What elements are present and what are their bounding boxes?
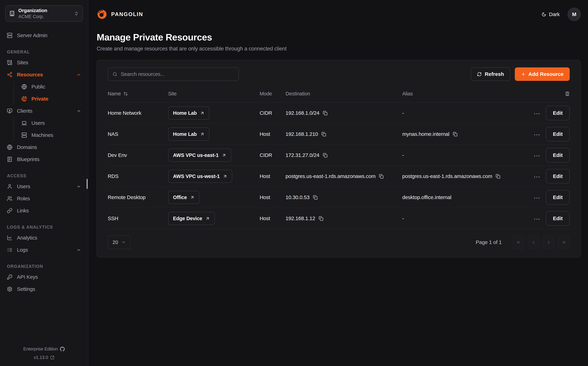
- edit-button[interactable]: Edit: [546, 169, 570, 183]
- destination-value: 192.168.1.12: [286, 215, 315, 221]
- brand-name: PANGOLIN: [111, 11, 143, 17]
- row-menu-button[interactable]: ...: [534, 130, 540, 138]
- copy-button[interactable]: [319, 216, 323, 221]
- copy-button[interactable]: [323, 111, 328, 115]
- sidebar-scrollbar-thumb[interactable]: [87, 179, 88, 189]
- edit-button[interactable]: Edit: [546, 127, 570, 141]
- avatar[interactable]: M: [568, 8, 581, 21]
- sidebar-item-api-keys[interactable]: API Keys: [5, 271, 83, 283]
- sidebar-item-domains[interactable]: Domains: [5, 141, 83, 153]
- edition-link[interactable]: Enterprise Edition: [23, 346, 65, 352]
- logs-icon: [7, 247, 12, 253]
- row-menu-button[interactable]: ...: [534, 109, 540, 117]
- sidebar-footer: Enterprise Edition v1.13.0: [5, 346, 83, 360]
- first-page-button[interactable]: [512, 235, 524, 249]
- row-menu-button[interactable]: ...: [534, 172, 540, 180]
- cell-alias: -: [402, 215, 527, 221]
- cell-alias: postgres.us-east-1.rds.amazonaws.com: [402, 173, 527, 179]
- chevron-up-icon: [76, 72, 81, 77]
- site-name: AWS VPC us-east-1: [173, 152, 219, 158]
- section-access: ACCESS: [7, 173, 83, 178]
- sidebar-item-blueprints[interactable]: Blueprints: [5, 153, 83, 165]
- sidebar-item-machines[interactable]: Machines: [14, 129, 83, 141]
- moon-icon: [542, 12, 546, 17]
- table-row: Home Network Home Lab CIDR 192.168.1.0/2…: [108, 103, 570, 124]
- cell-actions: ... Edit: [527, 190, 570, 205]
- theme-label: Dark: [549, 11, 560, 17]
- sidebar-item-logs[interactable]: Logs: [5, 244, 83, 256]
- cell-site: Home Lab: [168, 107, 260, 120]
- edit-button[interactable]: Edit: [546, 148, 570, 162]
- combine-icon: [7, 60, 12, 65]
- table-row: NAS Home Lab Host 192.168.1.210 mynas.ho…: [108, 124, 570, 145]
- edit-button[interactable]: Edit: [546, 190, 570, 205]
- row-menu-button[interactable]: ...: [534, 151, 540, 159]
- row-menu-button[interactable]: ...: [534, 214, 540, 222]
- cell-name: SSH: [108, 215, 168, 221]
- sidebar-item-analytics[interactable]: Analytics: [5, 232, 83, 244]
- site-link[interactable]: Home Lab: [168, 128, 209, 141]
- sidebar-item-resources[interactable]: Resources: [5, 69, 83, 81]
- page-size-value: 20: [113, 239, 118, 245]
- building-icon: [9, 11, 15, 16]
- server-icon: [7, 33, 12, 38]
- site-link[interactable]: Office: [168, 191, 199, 204]
- cell-destination: 192.168.1.12: [286, 215, 402, 221]
- cell-site: Office: [168, 191, 260, 204]
- sidebar-item-links[interactable]: Links: [5, 205, 83, 217]
- refresh-button[interactable]: Refresh: [471, 67, 510, 81]
- copy-button[interactable]: [496, 174, 500, 179]
- arrow-up-right-icon: [205, 216, 210, 221]
- plus-icon: [521, 72, 526, 76]
- brand[interactable]: PANGOLIN: [97, 9, 143, 20]
- section-organization: ORGANIZATION: [7, 264, 83, 269]
- copy-button[interactable]: [379, 174, 384, 179]
- cell-actions: ... Edit: [527, 148, 570, 162]
- sidebar-item-settings[interactable]: Settings: [5, 283, 83, 295]
- chart-line-icon: [7, 235, 12, 241]
- org-switcher[interactable]: Organization ACME Corp.: [5, 5, 83, 22]
- copy-button[interactable]: [453, 132, 457, 137]
- sidebar-item-client-users[interactable]: Users: [14, 117, 83, 129]
- table-row: RDS AWS VPC us-west-1 Host postgres.us-e…: [108, 166, 570, 187]
- sidebar: Organization ACME Corp. Server Admin GEN…: [0, 0, 88, 366]
- sidebar-item-roles[interactable]: Roles: [5, 192, 83, 205]
- last-page-button[interactable]: [558, 235, 570, 249]
- theme-toggle[interactable]: Dark: [542, 11, 560, 17]
- sidebar-item-label: Private: [31, 96, 81, 102]
- site-link[interactable]: Edge Device: [168, 212, 215, 225]
- prev-page-button[interactable]: [528, 235, 539, 249]
- site-link[interactable]: Home Lab: [168, 107, 209, 120]
- column-label: Mode: [260, 91, 272, 97]
- sidebar-item-private[interactable]: Private: [14, 93, 83, 105]
- next-page-button[interactable]: [543, 235, 554, 249]
- site-name: Home Lab: [173, 110, 197, 116]
- sidebar-item-clients[interactable]: Clients: [5, 105, 83, 117]
- row-menu-button[interactable]: ...: [534, 193, 540, 201]
- sidebar-item-users[interactable]: Users: [5, 180, 83, 192]
- destination-value: 192.168.1.0/24: [286, 110, 319, 116]
- add-resource-button[interactable]: Add Resource: [515, 67, 570, 81]
- external-link-icon: [50, 355, 54, 360]
- copy-button[interactable]: [323, 153, 328, 158]
- site-link[interactable]: AWS VPC us-east-1: [168, 149, 231, 162]
- column-header-name[interactable]: Name: [108, 91, 168, 97]
- destination-value: postgres.us-east-1.rds.amazonaws.com: [286, 173, 375, 179]
- cell-name: NAS: [108, 131, 168, 137]
- chevrons-right-icon: [562, 240, 566, 245]
- page-size-select[interactable]: 20: [108, 235, 131, 249]
- edit-button[interactable]: Edit: [546, 211, 570, 226]
- version-link[interactable]: v1.13.0: [34, 355, 54, 360]
- sidebar-item-public[interactable]: Public: [14, 81, 83, 93]
- globe-icon: [22, 84, 27, 90]
- site-link[interactable]: AWS VPC us-west-1: [168, 170, 232, 183]
- cell-alias: mynas.home.internal: [402, 131, 527, 137]
- copy-button[interactable]: [313, 195, 318, 200]
- column-settings-button[interactable]: [565, 92, 570, 96]
- search-input[interactable]: [121, 71, 234, 77]
- sidebar-item-label: Public: [31, 84, 81, 90]
- copy-button[interactable]: [322, 132, 326, 137]
- edit-button[interactable]: Edit: [546, 106, 570, 120]
- sidebar-item-server-admin[interactable]: Server Admin: [5, 29, 83, 41]
- sidebar-item-sites[interactable]: Sites: [5, 56, 83, 69]
